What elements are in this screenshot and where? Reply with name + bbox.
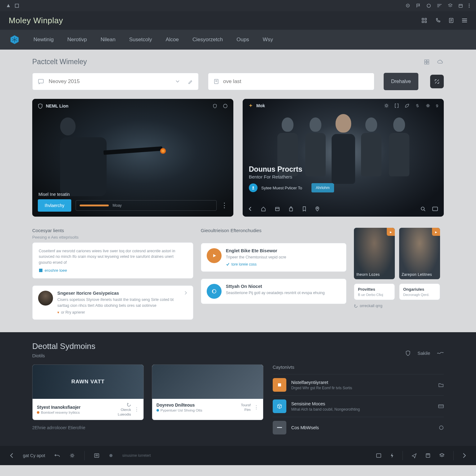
lower-sub: Diotils xyxy=(32,353,95,358)
side-folder-icon[interactable] xyxy=(438,382,444,387)
lower-right-label[interactable]: Sakile xyxy=(417,350,430,356)
chevron-right-icon[interactable] xyxy=(184,291,187,295)
sys-sort-icon[interactable] xyxy=(437,3,442,8)
profile-tile-2[interactable]: ▸ Zarepon Letitnes xyxy=(399,228,440,279)
hr-screen-icon[interactable] xyxy=(432,206,438,211)
hr-num-icon[interactable]: 9 xyxy=(436,103,438,108)
hr-leaf-icon[interactable] xyxy=(404,103,409,108)
sys-more-icon[interactable] xyxy=(469,3,470,8)
profile-tile-1[interactable]: ▸ Iheorn Lozes xyxy=(354,228,395,279)
mc1-refresh-icon[interactable] xyxy=(127,403,131,407)
doc-icon xyxy=(214,79,219,84)
svg-point-22 xyxy=(427,105,429,107)
mid-i2-sub: Seastterione Pij gotl ay oeatadejs resnt… xyxy=(226,290,341,296)
hero-left-more-icon[interactable]: ⋮ xyxy=(221,201,228,209)
nav-item-4[interactable]: Alcoe xyxy=(165,37,179,43)
bb-label: gat Cy apot xyxy=(23,453,45,458)
hr-bookmark-icon[interactable] xyxy=(302,206,306,212)
hr-prev-icon[interactable] xyxy=(248,206,252,211)
bb-save-icon[interactable] xyxy=(425,453,430,458)
hr-pin-icon[interactable] xyxy=(315,206,320,212)
lower-wave-icon[interactable] xyxy=(437,351,444,355)
left-link[interactable]: eroshre loee xyxy=(39,268,187,273)
page-grid-icon[interactable] xyxy=(424,59,430,65)
page-cloud-icon[interactable] xyxy=(437,59,444,65)
nav-item-7[interactable]: Wsy xyxy=(263,37,273,43)
side-heading: Caytonivts xyxy=(273,364,444,370)
nav-item-3[interactable]: Susetcoly xyxy=(129,37,152,43)
bb-undo-icon[interactable] xyxy=(55,453,60,458)
sys-triangle-icon[interactable] xyxy=(6,3,11,8)
expand-icon[interactable] xyxy=(430,75,444,88)
title-doc-icon[interactable] xyxy=(449,18,454,23)
sys-calendar-icon[interactable] xyxy=(458,3,463,8)
title-menu-icon[interactable] xyxy=(462,18,467,23)
tile2-tag: Zarepon Letitnes xyxy=(402,272,432,277)
hr-sun-icon[interactable] xyxy=(384,103,389,108)
search-action-button[interactable]: Drehalve xyxy=(384,73,418,90)
bb-record-icon[interactable] xyxy=(109,453,113,458)
title-phone-icon[interactable] xyxy=(435,18,441,23)
hr-link-icon[interactable] xyxy=(415,103,420,108)
search-right-input[interactable] xyxy=(223,78,368,85)
mid-item-1[interactable]: Englet Bike Ete Bisewor Tripeer the Chem… xyxy=(201,243,346,272)
nav-item-5[interactable]: Ciesyorzetch xyxy=(192,37,223,43)
side-item-1[interactable]: NistelfaeyntiiyraretDrged Whr gst Re Eom… xyxy=(273,374,444,395)
side-item-3[interactable]: Cos MbWsels xyxy=(273,417,444,438)
edit-icon[interactable] xyxy=(188,79,193,84)
sys-circle-icon[interactable] xyxy=(426,3,431,8)
chevron-down-icon[interactable] xyxy=(175,80,180,83)
title-grid-icon[interactable] xyxy=(421,18,427,23)
bb-list-icon[interactable] xyxy=(94,453,99,458)
sys-flag-icon[interactable] xyxy=(416,3,421,8)
sys-target-icon[interactable] xyxy=(405,3,410,8)
hr-home-icon[interactable] xyxy=(261,206,266,212)
s1-title: Nistelfaeyntiiyraret xyxy=(291,380,433,385)
bb-layers-icon[interactable] xyxy=(439,453,445,458)
bb-window-icon[interactable] xyxy=(376,453,381,458)
hr-bracket-icon[interactable] xyxy=(394,103,399,108)
hr-gear-icon[interactable] xyxy=(425,103,430,108)
media-card-2[interactable]: Doyrevo Dnilteous Pypentuer Usl Shving O… xyxy=(152,364,263,420)
side-item-2[interactable]: Sensisine MocesMihal Alch ta band coubil… xyxy=(273,395,444,417)
search-left-input[interactable] xyxy=(49,78,171,85)
mc1-more-icon[interactable]: ⋮ xyxy=(134,407,139,412)
bb-send-icon[interactable] xyxy=(412,453,417,458)
side-card-icon[interactable] xyxy=(438,404,444,408)
search-right[interactable] xyxy=(208,73,374,90)
hero-card-right[interactable]: Mok 9 Dounus Procrts Bentor For Retather… xyxy=(243,99,444,217)
hero-circle-icon[interactable] xyxy=(223,104,228,109)
bb-gear-icon[interactable] xyxy=(69,453,75,458)
mid-item-2[interactable]: Sttyah On Niocet Seastterione Pij gotl a… xyxy=(201,279,346,304)
hero-slider-label: Moay xyxy=(112,203,121,208)
nav-item-0[interactable]: Newtinig xyxy=(33,37,54,43)
bb-forward-icon[interactable] xyxy=(462,453,467,458)
hr-cal-icon[interactable] xyxy=(275,206,280,211)
nav-item-1[interactable]: Nerotivp xyxy=(67,37,87,43)
sys-square-icon[interactable] xyxy=(15,3,19,8)
side-circle-icon[interactable] xyxy=(439,425,444,430)
nav-item-2[interactable]: Nilean xyxy=(101,37,116,43)
hero-left-badge: NEML Lion xyxy=(46,104,68,108)
mc2-more-icon[interactable]: ⋮ xyxy=(254,404,259,410)
hr-bag-icon[interactable] xyxy=(289,206,293,212)
hero-card-left[interactable]: NEML Lion Misel Ine tesatin Ihvlaerchy M… xyxy=(32,99,233,217)
caption-card-1[interactable]: Provittes B ue Oerbo Cfioj xyxy=(354,284,395,300)
nav-logo-icon[interactable] xyxy=(9,34,20,45)
sys-layers-icon[interactable] xyxy=(448,3,453,8)
hero-shield2-icon[interactable] xyxy=(213,104,217,109)
media-card-1[interactable]: RAWN VATT Styest Inanoksfiaojer Bomtoef … xyxy=(32,364,144,420)
mc1-title: Styest Inanoksfiaojer xyxy=(37,405,115,410)
hr-search-icon[interactable] xyxy=(421,206,426,212)
hero-progress[interactable]: Moay xyxy=(76,200,217,211)
hero-right-pilltext: Sytee Muest Pvlicer To xyxy=(261,186,302,190)
left-list-item[interactable]: Sngeser Itoricre Gesiypeicas Cisers sope… xyxy=(32,285,193,320)
lower-shield-icon[interactable] xyxy=(405,350,411,356)
bb-back-icon[interactable] xyxy=(9,453,14,458)
hero-left-cta[interactable]: Ihvlaerchy xyxy=(38,199,71,212)
nav-item-6[interactable]: Oups xyxy=(236,37,249,43)
bb-bolt-icon[interactable] xyxy=(390,453,394,458)
caption-card-2[interactable]: Ongariules Decronagh Qerd. xyxy=(399,284,440,300)
search-left[interactable] xyxy=(32,73,199,90)
system-bar xyxy=(0,0,476,11)
